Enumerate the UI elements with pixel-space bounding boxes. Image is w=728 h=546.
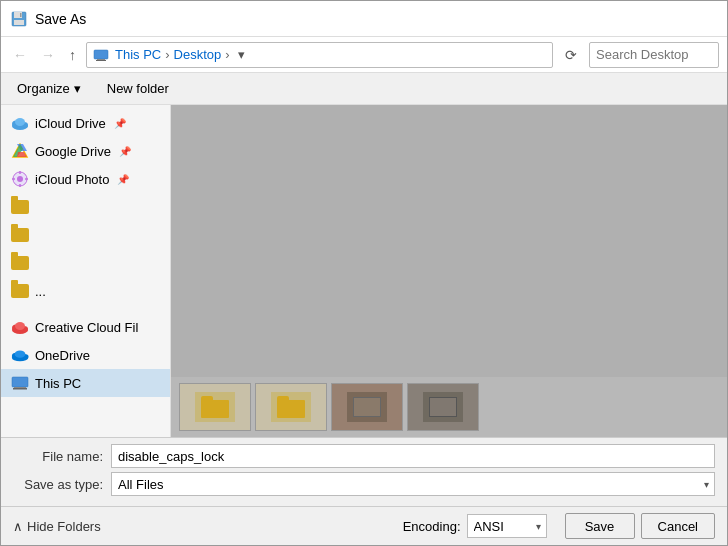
pin-icon: 📌: [114, 118, 126, 129]
sidebar-label-google-drive: Google Drive: [35, 144, 111, 159]
filename-row: File name:: [13, 444, 715, 468]
filetype-select-wrapper: All Files Text Files (*.txt) Batch Files…: [111, 472, 715, 496]
filetype-select[interactable]: All Files Text Files (*.txt) Batch Files…: [111, 472, 715, 496]
filename-label: File name:: [13, 449, 103, 464]
sidebar-item-icloud-photo[interactable]: iCloud Photo 📌: [1, 165, 170, 193]
content-inner: [171, 105, 727, 377]
sidebar-item-folder-1[interactable]: [1, 193, 170, 221]
svg-point-24: [15, 322, 25, 330]
sidebar-label-this-pc: This PC: [35, 376, 81, 391]
svg-rect-29: [12, 377, 28, 387]
folder-1-icon: [11, 198, 29, 216]
svg-rect-31: [13, 388, 27, 390]
save-as-dialog: Save As ← → ↑ This PC › Desktop › ▾ ⟳ Or…: [0, 0, 728, 546]
breadcrumb-desktop[interactable]: Desktop: [174, 47, 222, 62]
svg-rect-3: [20, 13, 22, 17]
address-bar: ← → ↑ This PC › Desktop › ▾ ⟳: [1, 37, 727, 73]
organize-label: Organize: [17, 81, 70, 96]
sidebar-item-creative-cloud[interactable]: Creative Cloud Fil: [1, 313, 170, 341]
sidebar-label-icloud-drive: iCloud Drive: [35, 116, 106, 131]
hide-folders-label: Hide Folders: [27, 519, 101, 534]
svg-rect-2: [14, 20, 24, 25]
encoding-label: Encoding:: [403, 519, 461, 534]
svg-rect-33: [201, 396, 213, 402]
svg-rect-6: [96, 60, 106, 61]
main-area: iCloud Drive 📌 Google Drive 📌: [1, 105, 727, 437]
dialog-title: Save As: [35, 11, 86, 27]
svg-rect-34: [277, 400, 305, 418]
toolbar: Organize ▾ New folder: [1, 73, 727, 105]
sidebar-item-folder-2[interactable]: [1, 221, 170, 249]
svg-rect-35: [277, 396, 289, 402]
breadcrumb: This PC › Desktop › ▾: [86, 42, 553, 68]
content-strip: [171, 377, 727, 437]
up-button[interactable]: ↑: [65, 45, 80, 65]
thumbnail-1[interactable]: [179, 383, 251, 431]
sidebar-item-onedrive[interactable]: OneDrive: [1, 341, 170, 369]
thumbnail-2[interactable]: [255, 383, 327, 431]
sidebar-item-icloud-drive[interactable]: iCloud Drive 📌: [1, 109, 170, 137]
hide-folders-button[interactable]: ∧ Hide Folders: [13, 519, 101, 534]
sidebar-divider: [1, 305, 170, 313]
sidebar-label-onedrive: OneDrive: [35, 348, 90, 363]
breadcrumb-this-pc[interactable]: This PC: [115, 47, 161, 62]
onedrive-icon: [11, 346, 29, 364]
breadcrumb-dropdown-arrow[interactable]: ▾: [238, 47, 245, 62]
svg-point-10: [15, 118, 25, 126]
pin-icon-gdrive: 📌: [119, 146, 131, 157]
pc-breadcrumb-icon: [93, 47, 109, 63]
footer-bar: ∧ Hide Folders Encoding: ANSI UTF-8 UTF-…: [1, 506, 727, 545]
svg-point-16: [17, 176, 23, 182]
encoding-area: Encoding: ANSI UTF-8 UTF-16 LE UTF-16 BE…: [403, 513, 715, 539]
icloud-photo-icon: [11, 170, 29, 188]
breadcrumb-sep-1: ›: [165, 47, 169, 62]
sidebar-item-folder-4[interactable]: ...: [1, 277, 170, 305]
refresh-button[interactable]: ⟳: [559, 45, 583, 65]
breadcrumb-sep-2: ›: [225, 47, 229, 62]
svg-rect-32: [201, 400, 229, 418]
encoding-select[interactable]: ANSI UTF-8 UTF-16 LE UTF-16 BE: [467, 514, 547, 538]
content-area: [171, 105, 727, 437]
sidebar-item-google-drive[interactable]: Google Drive 📌: [1, 137, 170, 165]
sidebar: iCloud Drive 📌 Google Drive 📌: [1, 105, 171, 437]
this-pc-icon: [11, 374, 29, 392]
svg-rect-4: [94, 50, 108, 59]
organize-button[interactable]: Organize ▾: [9, 79, 89, 98]
creative-cloud-icon: [11, 318, 29, 336]
title-bar: Save As: [1, 1, 727, 37]
thumbnail-3[interactable]: [331, 383, 403, 431]
new-folder-button[interactable]: New folder: [99, 79, 177, 98]
sidebar-item-folder-3[interactable]: [1, 249, 170, 277]
thumbnail-4[interactable]: [407, 383, 479, 431]
filename-input[interactable]: [111, 444, 715, 468]
save-button[interactable]: Save: [565, 513, 635, 539]
bottom-bar: File name: Save as type: All Files Text …: [1, 437, 727, 506]
sidebar-label-creative-cloud: Creative Cloud Fil: [35, 320, 138, 335]
sidebar-label-folder-dots: ...: [35, 284, 46, 299]
sidebar-item-this-pc[interactable]: This PC: [1, 369, 170, 397]
google-drive-icon: [11, 142, 29, 160]
pin-icon-iphoto: 📌: [117, 174, 129, 185]
hide-folders-arrow: ∧: [13, 519, 23, 534]
folder-3-icon: [11, 254, 29, 272]
svg-point-28: [15, 351, 26, 358]
icloud-drive-icon: [11, 114, 29, 132]
filetype-row: Save as type: All Files Text Files (*.tx…: [13, 472, 715, 496]
action-buttons: Save Cancel: [565, 513, 715, 539]
sidebar-label-icloud-photo: iCloud Photo: [35, 172, 109, 187]
forward-button[interactable]: →: [37, 45, 59, 65]
cancel-button[interactable]: Cancel: [641, 513, 715, 539]
folder-4-icon: [11, 282, 29, 300]
back-button[interactable]: ←: [9, 45, 31, 65]
organize-arrow: ▾: [74, 81, 81, 96]
filetype-label: Save as type:: [13, 477, 103, 492]
search-input[interactable]: [589, 42, 719, 68]
save-icon: [11, 11, 27, 27]
encoding-select-wrapper: ANSI UTF-8 UTF-16 LE UTF-16 BE: [467, 514, 547, 538]
folder-2-icon: [11, 226, 29, 244]
